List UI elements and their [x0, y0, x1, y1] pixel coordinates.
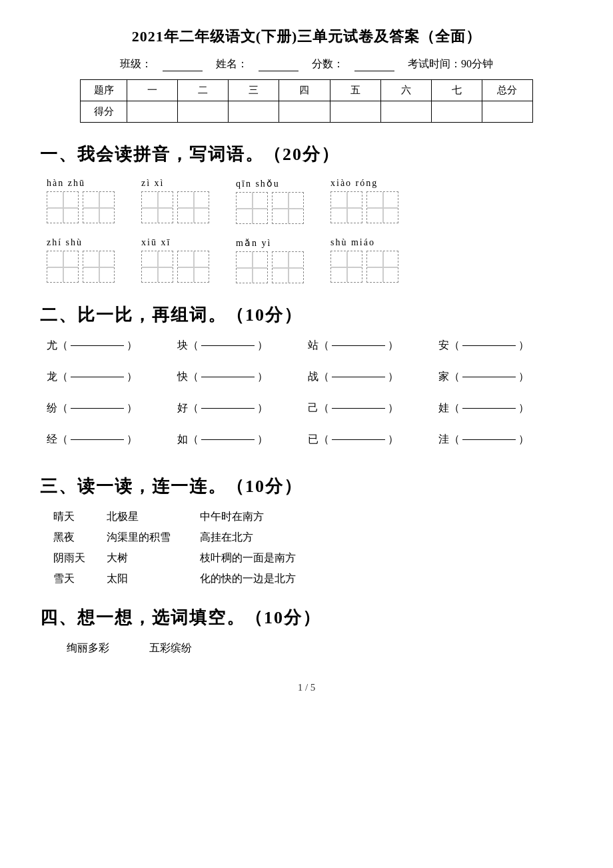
compare-item-jing: 经（） — [47, 433, 137, 447]
match-col2-4: 太阳 — [107, 572, 187, 586]
char-an-end: ） — [518, 339, 529, 353]
char-box[interactable] — [330, 251, 362, 283]
match-col3-2: 高挂在北方 — [200, 531, 320, 545]
pinyin-item-zhi-shu: zhí shù — [47, 237, 115, 283]
compare-item-fast: 快（） — [177, 370, 268, 384]
char-box[interactable] — [141, 251, 173, 283]
char-box[interactable] — [83, 251, 115, 283]
blank-ru[interactable] — [201, 439, 255, 440]
class-blank — [163, 71, 203, 71]
pinyin-man-yi: mǎn yì — [236, 237, 271, 249]
score-table-col-6: 六 — [380, 80, 431, 101]
compare-item-you: 尤（） — [47, 339, 137, 353]
char-box[interactable] — [366, 251, 398, 283]
char-kuai-end: ） — [257, 339, 268, 353]
char-ru: 如（ — [177, 433, 199, 447]
score-cell-total[interactable] — [482, 101, 532, 123]
char-wa2-end: ） — [518, 433, 529, 447]
pinyin-han-zhu: hàn zhū — [47, 178, 85, 189]
char-boxes-xiu-xi[interactable] — [141, 251, 209, 283]
compare-item-wa: 娃（） — [438, 401, 529, 415]
blank-jia[interactable] — [462, 377, 516, 377]
char-wa-end: ） — [518, 401, 529, 415]
match-row-3: 阴雨天 大树 枝叶稠的一面是南方 — [47, 551, 573, 565]
char-box[interactable] — [236, 192, 268, 224]
char-fen: 纷（ — [47, 401, 68, 415]
char-ji1: 己（ — [308, 401, 329, 415]
blank-an[interactable] — [462, 345, 516, 346]
char-box[interactable] — [177, 191, 209, 223]
char-boxes-xiao-rong[interactable] — [330, 191, 398, 223]
compare-grid: 尤（） 块（） 站（） 安（） 龙（） 快（） 战（） 家（） — [40, 339, 573, 455]
score-cell-5[interactable] — [330, 101, 380, 123]
compare-row-1: 尤（） 块（） 站（） 安（） — [47, 339, 573, 361]
match-row-4: 雪天 太阳 化的快的一边是北方 — [47, 572, 573, 586]
section3-title: 三、读一读，连一连。（10分） — [40, 475, 573, 498]
pinyin-item-qin-shou: qīn shǒu — [236, 178, 304, 224]
blank-ji1[interactable] — [332, 408, 385, 409]
char-long: 龙（ — [47, 370, 68, 384]
section2: 二、比一比，再组词。（10分） 尤（） 块（） 站（） 安（） 龙（） 快（） — [40, 303, 573, 455]
score-cell-4[interactable] — [279, 101, 330, 123]
char-box[interactable] — [83, 191, 115, 223]
blank-hao[interactable] — [201, 408, 255, 409]
compare-item-an: 安（） — [438, 339, 529, 353]
match-row-2: 黑夜 沟渠里的积雪 高挂在北方 — [47, 531, 573, 545]
char-jia: 家（ — [438, 370, 460, 384]
score-cell-3[interactable] — [229, 101, 279, 123]
blank-long[interactable] — [71, 377, 124, 377]
match-col1-4: 雪天 — [53, 572, 93, 586]
blank-fast[interactable] — [201, 377, 255, 377]
char-wa: 娃（ — [438, 401, 460, 415]
compare-item-fen: 纷（） — [47, 401, 137, 415]
fill-word-1: 绚丽多彩 — [67, 641, 109, 655]
char-you-end: ） — [127, 339, 137, 353]
page-title: 2021年二年级语文(下册)三单元试卷及答案（全面） — [40, 27, 573, 47]
char-box[interactable] — [366, 191, 398, 223]
char-box[interactable] — [330, 191, 362, 223]
compare-item-hao: 好（） — [177, 401, 268, 415]
score-table-total: 总分 — [482, 80, 532, 101]
char-box[interactable] — [47, 191, 79, 223]
section4: 四、想一想，选词填空。（10分） 绚丽多彩 五彩缤纷 — [40, 606, 573, 655]
blank-jing[interactable] — [71, 439, 124, 440]
score-cell-1[interactable] — [127, 101, 178, 123]
compare-item-jia: 家（） — [438, 370, 529, 384]
char-boxes-man-yi[interactable] — [236, 251, 304, 283]
blank-wa[interactable] — [462, 408, 516, 409]
char-box[interactable] — [272, 192, 304, 224]
char-boxes-zi-xi[interactable] — [141, 191, 209, 223]
fill-word-2: 五彩缤纷 — [149, 641, 192, 655]
pinyin-qin-shou: qīn shǒu — [236, 178, 280, 189]
char-wa2: 洼（ — [438, 433, 460, 447]
blank-you[interactable] — [71, 345, 124, 346]
class-label: 班级： — [120, 58, 152, 69]
compare-item-ji1: 己（） — [308, 401, 398, 415]
match-col1-3: 阴雨天 — [53, 551, 93, 565]
blank-kuai[interactable] — [201, 345, 255, 346]
char-box[interactable] — [236, 251, 268, 283]
char-boxes-han-zhu[interactable] — [47, 191, 115, 223]
section2-title: 二、比一比，再组词。（10分） — [40, 303, 573, 327]
score-table-col-2: 二 — [178, 80, 229, 101]
compare-item-ru: 如（） — [177, 433, 268, 447]
blank-wa2[interactable] — [462, 439, 516, 440]
char-boxes-shu-miao[interactable] — [330, 251, 398, 283]
char-box[interactable] — [272, 251, 304, 283]
score-cell-6[interactable] — [380, 101, 431, 123]
char-box[interactable] — [141, 191, 173, 223]
pinyin-row-1: hàn zhū zì xì qīn shǒu xiào róng — [40, 178, 573, 224]
char-box[interactable] — [47, 251, 79, 283]
blank-zha[interactable] — [332, 377, 385, 377]
blank-zhan[interactable] — [332, 345, 385, 346]
char-zha: 战（ — [308, 370, 329, 384]
char-boxes-zhi-shu[interactable] — [47, 251, 115, 283]
char-box[interactable] — [177, 251, 209, 283]
blank-yi[interactable] — [332, 439, 385, 440]
pinyin-zi-xi: zì xì — [141, 178, 165, 189]
char-jing-end: ） — [127, 433, 137, 447]
char-boxes-qin-shou[interactable] — [236, 192, 304, 224]
score-cell-7[interactable] — [431, 101, 482, 123]
score-cell-2[interactable] — [178, 101, 229, 123]
blank-fen[interactable] — [71, 408, 124, 409]
